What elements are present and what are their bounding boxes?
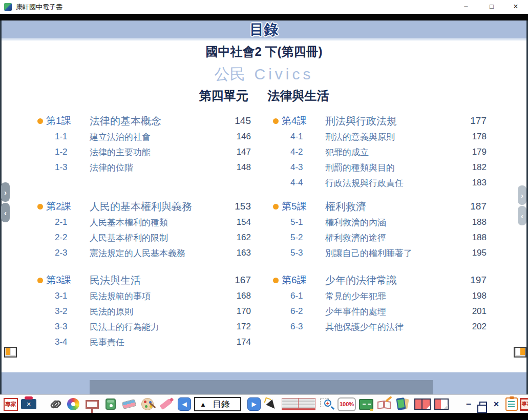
section-number[interactable]: 3-4 xyxy=(55,337,75,347)
section-row[interactable]: 3-4 民事責任 174 xyxy=(32,334,251,350)
section-row[interactable]: 4-4 行政法規與行政責任 183 xyxy=(268,175,487,191)
section-number[interactable]: 2-3 xyxy=(55,248,75,258)
toolbar-close-button[interactable]: × xyxy=(490,396,502,412)
lesson-title-link[interactable]: 少年的法律常識 xyxy=(325,274,461,287)
section-number[interactable]: 6-2 xyxy=(290,306,311,317)
section-row[interactable]: 4-1 刑法的意義與原則 178 xyxy=(268,129,487,144)
lesson-title-link[interactable]: 法律的基本概念 xyxy=(90,114,225,128)
select-cursor-button[interactable] xyxy=(263,396,278,412)
panel-expand-right-icon[interactable]: › xyxy=(1,182,10,202)
section-number[interactable]: 1-3 xyxy=(55,162,75,173)
expert-mode-button[interactable]: 專家 xyxy=(519,396,528,412)
section-title-link[interactable]: 權利救濟的內涵 xyxy=(311,217,461,228)
lesson-number[interactable]: 第6課 xyxy=(282,274,325,287)
section-title-link[interactable]: 民法規範的事項 xyxy=(75,290,225,302)
window-maximize-button[interactable]: □ xyxy=(483,0,500,13)
expert-stamp-button[interactable]: 專家 xyxy=(2,396,19,412)
easel-button[interactable] xyxy=(83,396,101,412)
section-title-link[interactable]: 其他保護少年的法律 xyxy=(311,321,461,333)
lesson-number[interactable]: 第4課 xyxy=(282,114,325,128)
lesson-title-link[interactable]: 民法與生活 xyxy=(90,274,225,287)
section-title-link[interactable]: 民法上的行為能力 xyxy=(75,321,225,333)
section-row[interactable]: 3-1 民法規範的事項 168 xyxy=(32,288,251,304)
tools-flower-button[interactable] xyxy=(66,396,81,412)
section-row[interactable]: 1-1 建立法治的社會 146 xyxy=(32,129,251,144)
section-number[interactable]: 1-2 xyxy=(55,147,75,157)
section-number[interactable]: 4-4 xyxy=(290,178,311,188)
page-menu-up-icon[interactable]: ▲ xyxy=(200,401,206,408)
lesson-title-link[interactable]: 刑法與行政法規 xyxy=(325,114,461,128)
section-title-link[interactable]: 刑法的意義與原則 xyxy=(311,131,461,143)
page-corner-flip-left-icon[interactable] xyxy=(4,347,17,358)
section-row[interactable]: 2-1 人民基本權利的種類 154 xyxy=(32,215,251,230)
section-title-link[interactable]: 別讓自己的權利睡著了 xyxy=(311,247,461,259)
zoom-area-button[interactable]: + xyxy=(320,396,336,412)
book-spread-button[interactable] xyxy=(280,396,318,412)
lesson-row[interactable]: 第3課 民法與生活 167 xyxy=(32,272,251,288)
panel-expand-right-icon[interactable]: › xyxy=(518,185,526,205)
two-page-view-button[interactable] xyxy=(413,396,432,412)
highlighter-button[interactable] xyxy=(158,396,174,412)
link-button[interactable] xyxy=(48,396,64,412)
workbook-button[interactable] xyxy=(376,396,393,412)
horizontal-scrollbar-track[interactable] xyxy=(2,372,526,394)
lesson-title-link[interactable]: 人民的基本權利與義務 xyxy=(90,200,225,214)
section-title-link[interactable]: 行政法規與行政責任 xyxy=(311,177,461,189)
mobile-sync-button[interactable] xyxy=(394,396,411,412)
section-title-link[interactable]: 刑罰的種類與目的 xyxy=(311,162,461,174)
lesson-row[interactable]: 第5課 權利救濟 187 xyxy=(268,198,487,215)
section-title-link[interactable]: 法律的主要功能 xyxy=(75,146,225,158)
section-row[interactable]: 3-2 民法的原則 170 xyxy=(32,304,251,319)
section-number[interactable]: 4-2 xyxy=(290,147,311,157)
section-row[interactable]: 1-2 法律的主要功能 147 xyxy=(32,144,251,160)
section-number[interactable]: 5-3 xyxy=(290,248,311,258)
lesson-number[interactable]: 第3課 xyxy=(46,274,90,287)
section-number[interactable]: 1-1 xyxy=(55,132,75,142)
section-row[interactable]: 6-3 其他保護少年的法律 202 xyxy=(268,319,487,334)
toolbox-button[interactable]: ✕ xyxy=(19,396,38,412)
panel-collapse-left-icon[interactable]: ‹ xyxy=(518,206,526,225)
page-indicator-box[interactable]: ▲ 目錄 xyxy=(194,396,242,412)
section-number[interactable]: 4-1 xyxy=(290,132,311,142)
panel-collapse-left-icon[interactable]: ‹ xyxy=(1,203,10,222)
section-number[interactable]: 6-3 xyxy=(290,322,311,332)
eraser-button[interactable] xyxy=(121,396,137,412)
chalkboard-button[interactable] xyxy=(357,396,375,412)
palette-button[interactable] xyxy=(139,396,156,412)
lesson-row[interactable]: 第6課 少年的法律常識 197 xyxy=(268,272,487,288)
section-title-link[interactable]: 人民基本權利的種類 xyxy=(75,217,225,228)
page-corner-flip-right-icon[interactable] xyxy=(514,347,526,358)
section-title-link[interactable]: 法律的位階 xyxy=(75,162,225,174)
lesson-number[interactable]: 第5課 xyxy=(282,200,325,213)
section-number[interactable]: 3-3 xyxy=(55,322,75,332)
section-row[interactable]: 5-2 權利救濟的途徑 188 xyxy=(268,230,487,245)
section-row[interactable]: 3-3 民法上的行為能力 172 xyxy=(32,319,251,334)
section-number[interactable]: 2-2 xyxy=(55,233,75,243)
section-title-link[interactable]: 少年事件的處理 xyxy=(311,306,461,318)
lesson-row[interactable]: 第4課 刑法與行政法規 177 xyxy=(268,113,487,129)
section-title-link[interactable]: 民事責任 xyxy=(75,337,225,348)
lesson-number[interactable]: 第2課 xyxy=(46,200,90,213)
section-number[interactable]: 4-3 xyxy=(290,162,311,173)
notes-clipboard-button[interactable] xyxy=(504,396,519,412)
toolbar-minimize-button[interactable]: − xyxy=(462,396,475,412)
section-row[interactable]: 4-2 犯罪的成立 179 xyxy=(268,144,487,160)
lesson-title-link[interactable]: 權利救濟 xyxy=(325,200,461,214)
section-title-link[interactable]: 人民基本權利的限制 xyxy=(75,232,225,244)
lesson-row[interactable]: 第1課 法律的基本概念 145 xyxy=(32,113,251,129)
section-row[interactable]: 2-3 憲法規定的人民基本義務 163 xyxy=(32,245,251,261)
section-number[interactable]: 3-2 xyxy=(55,306,75,317)
section-row[interactable]: 6-2 少年事件的處理 201 xyxy=(268,304,487,319)
section-title-link[interactable]: 民法的原則 xyxy=(75,306,225,318)
section-number[interactable]: 6-1 xyxy=(290,291,311,301)
section-row[interactable]: 5-1 權利救濟的內涵 188 xyxy=(268,215,487,230)
next-page-button[interactable]: ▶ xyxy=(247,396,261,412)
window-minimize-button[interactable]: − xyxy=(457,0,475,13)
section-title-link[interactable]: 建立法治的社會 xyxy=(75,131,225,143)
section-number[interactable]: 5-1 xyxy=(290,217,311,227)
clear-annotations-button[interactable] xyxy=(103,396,118,412)
window-close-button[interactable]: × xyxy=(507,0,524,13)
toolbar-restore-button[interactable] xyxy=(476,396,490,412)
section-number[interactable]: 2-1 xyxy=(55,217,75,227)
prev-page-button[interactable]: ◀ xyxy=(177,396,192,412)
